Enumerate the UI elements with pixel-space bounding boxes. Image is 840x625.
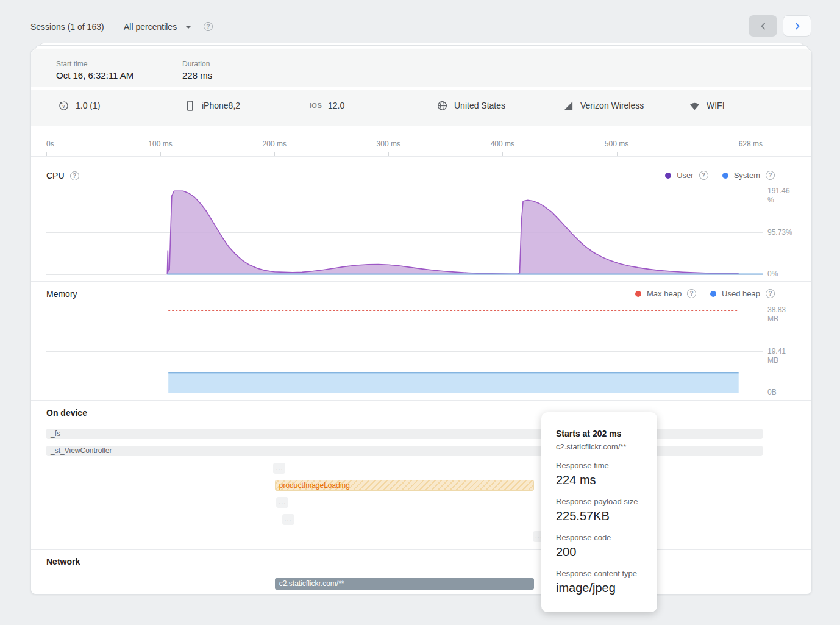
help-icon[interactable] bbox=[204, 22, 213, 31]
device-model-item: iPhone8,2 bbox=[183, 99, 240, 112]
memory-axis-label-zero: 0B bbox=[767, 388, 798, 397]
session-card: Start time Oct 16, 6:32:11 AM Duration 2… bbox=[30, 49, 812, 595]
globe-icon bbox=[436, 99, 448, 112]
carrier-value: Verizon Wireless bbox=[580, 101, 644, 110]
wifi-icon bbox=[688, 99, 700, 112]
cpu-axis-label-zero: 0% bbox=[767, 270, 798, 279]
cpu-section-title: CPU bbox=[46, 171, 79, 180]
help-icon[interactable] bbox=[70, 171, 79, 180]
svg-text:v: v bbox=[62, 102, 65, 109]
memory-axis-label-mid: 19.41 MB bbox=[767, 347, 798, 365]
network-request-tooltip: Starts at 202 ms c2.staticflickr.com/** … bbox=[541, 412, 657, 612]
collapsed-traces-button[interactable]: ... bbox=[282, 514, 294, 525]
phone-icon bbox=[183, 99, 196, 112]
timeline-tick-label: 200 ms bbox=[263, 140, 287, 148]
chevron-down-icon bbox=[185, 26, 191, 29]
max-heap-legend-label: Max heap bbox=[647, 289, 682, 298]
timeline-tick-mark bbox=[160, 152, 161, 156]
memory-legend: Max heap Used heap bbox=[635, 289, 775, 298]
tooltip-url: c2.staticflickr.com/** bbox=[556, 442, 642, 451]
timeline-tick-label: 0s bbox=[46, 140, 54, 148]
timeline-tick-label: 400 ms bbox=[491, 140, 514, 148]
connection-value: WIFI bbox=[707, 101, 725, 110]
cellular-signal-icon bbox=[562, 99, 574, 112]
os-version-value: 12.0 bbox=[328, 101, 344, 110]
cpu-legend: User System bbox=[665, 171, 775, 180]
user-legend-label: User bbox=[677, 171, 693, 180]
sessions-count-label: Sessions (1 of 163) bbox=[30, 22, 104, 32]
memory-usage-chart[interactable] bbox=[46, 310, 763, 393]
system-legend-dot bbox=[722, 173, 728, 179]
duration-label: Duration bbox=[182, 60, 210, 68]
app-version-value: 1.0 (1) bbox=[76, 101, 100, 110]
cpu-axis-label-max: 191.46 % bbox=[767, 187, 798, 205]
help-icon[interactable] bbox=[766, 171, 775, 180]
memory-axis-label-max: 38.83 MB bbox=[767, 305, 798, 324]
timeline-tick-label: 500 ms bbox=[605, 140, 628, 148]
timeline-tick-mark bbox=[502, 152, 503, 156]
timeline-tick-mark bbox=[388, 152, 389, 156]
trace-bar-productimageloading[interactable]: productImageLoading bbox=[275, 480, 534, 491]
country-item: United States bbox=[436, 99, 505, 112]
system-legend-label: System bbox=[734, 171, 760, 180]
percentiles-dropdown-label: All percentiles bbox=[124, 22, 177, 32]
help-icon[interactable] bbox=[766, 289, 775, 298]
chevron-left-icon bbox=[757, 20, 769, 32]
tooltip-start-time: Starts at 202 ms bbox=[556, 429, 642, 438]
help-icon[interactable] bbox=[687, 289, 696, 298]
used-heap-legend-dot bbox=[710, 291, 716, 297]
session-header-band: Start time Oct 16, 6:32:11 AM Duration 2… bbox=[31, 49, 811, 87]
section-divider bbox=[31, 400, 811, 401]
ios-icon: iOS bbox=[310, 99, 322, 112]
on-device-section-title: On device bbox=[46, 408, 87, 418]
cpu-user-line bbox=[167, 191, 738, 274]
max-heap-legend-dot bbox=[635, 291, 641, 297]
user-legend-dot bbox=[665, 173, 671, 179]
session-timeline-axis: 0s100 ms200 ms300 ms400 ms500 ms628 ms bbox=[46, 129, 763, 156]
carrier-item: Verizon Wireless bbox=[562, 99, 644, 112]
response-code-label: Response code bbox=[556, 533, 642, 542]
next-session-button[interactable] bbox=[783, 15, 811, 37]
response-payload-size-value: 225.57KB bbox=[556, 509, 642, 523]
section-divider bbox=[31, 281, 811, 282]
cpu-axis-label-mid: 95.73% bbox=[767, 228, 798, 237]
start-time-label: Start time bbox=[56, 60, 87, 68]
section-divider bbox=[31, 549, 811, 550]
cpu-usage-chart[interactable] bbox=[46, 191, 763, 275]
help-icon[interactable] bbox=[699, 171, 708, 180]
timeline-tick-mark bbox=[274, 152, 275, 156]
timeline-tick-label: 300 ms bbox=[377, 140, 400, 148]
country-value: United States bbox=[454, 101, 505, 110]
os-version-item: iOS 12.0 bbox=[310, 99, 344, 112]
connection-item: WIFI bbox=[688, 99, 725, 112]
response-content-type-value: image/jpeg bbox=[556, 581, 642, 595]
collapsed-traces-button[interactable]: ... bbox=[273, 463, 285, 474]
app-version-item: v 1.0 (1) bbox=[57, 99, 100, 112]
timeline-tick-mark bbox=[46, 152, 47, 156]
response-content-type-label: Response content type bbox=[556, 569, 642, 578]
memory-section-title: Memory bbox=[46, 289, 77, 299]
timeline-tick-mark bbox=[617, 152, 618, 156]
network-section-title: Network bbox=[46, 557, 80, 566]
timeline-tick-mark bbox=[763, 152, 763, 156]
response-payload-size-label: Response payload size bbox=[556, 497, 642, 506]
response-time-label: Response time bbox=[556, 461, 642, 470]
timeline-tick-label: 100 ms bbox=[148, 140, 172, 148]
memory-used-heap-area bbox=[168, 373, 739, 393]
chevron-right-icon bbox=[791, 20, 803, 32]
cpu-user-area bbox=[167, 191, 738, 274]
duration-value: 228 ms bbox=[182, 70, 212, 80]
device-model-value: iPhone8,2 bbox=[202, 101, 240, 110]
start-time-value: Oct 16, 6:32:11 AM bbox=[56, 70, 133, 80]
collapsed-traces-button[interactable]: ... bbox=[276, 497, 288, 508]
previous-session-button[interactable] bbox=[749, 15, 777, 37]
section-divider bbox=[31, 156, 811, 157]
percentiles-dropdown[interactable]: All percentiles bbox=[124, 22, 191, 32]
used-heap-legend-label: Used heap bbox=[722, 289, 760, 298]
response-code-value: 200 bbox=[556, 545, 642, 559]
timeline-tick-label: 628 ms bbox=[739, 140, 763, 148]
response-time-value: 224 ms bbox=[556, 473, 642, 487]
app-version-icon: v bbox=[57, 99, 69, 112]
trace-bar-c2-staticflickr-com[interactable]: c2.staticflickr.com/** bbox=[275, 578, 534, 590]
